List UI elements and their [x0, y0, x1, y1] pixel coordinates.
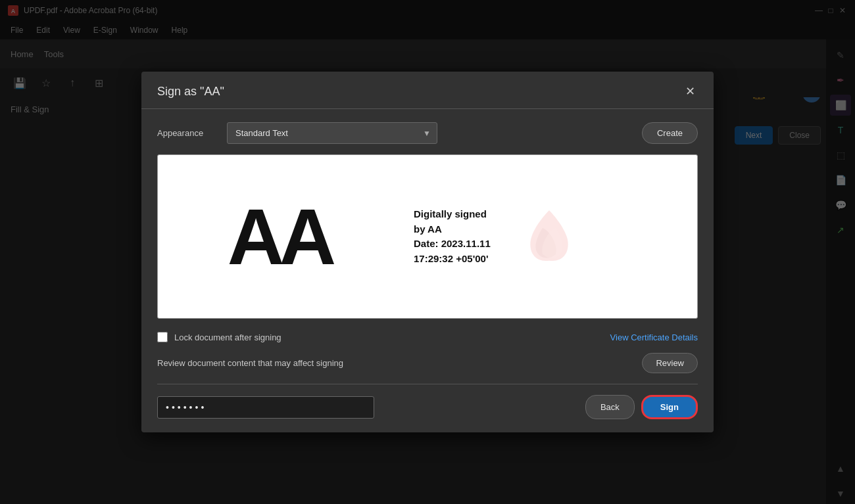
review-button[interactable]: Review [642, 353, 698, 373]
bottom-buttons: Back Sign [585, 395, 698, 419]
modal-divider [157, 384, 698, 384]
appearance-select-wrapper: Standard Text ▼ [227, 122, 437, 144]
sign-button[interactable]: Sign [641, 395, 698, 419]
preview-line4: 17:29:32 +05'00' [414, 253, 488, 264]
preview-line3: Date: 2023.11.11 [414, 238, 491, 249]
modal-overlay: Sign as "AA" ✕ Appearance Standard Text … [0, 0, 855, 504]
signature-preview: AA Digitally signed by AA [157, 154, 698, 319]
modal-body: Appearance Standard Text ▼ Create AA [141, 109, 714, 432]
sign-modal: Sign as "AA" ✕ Appearance Standard Text … [141, 72, 714, 432]
back-button[interactable]: Back [585, 395, 635, 419]
initials-text: AA [228, 191, 331, 282]
password-input[interactable] [157, 396, 374, 419]
review-row: Review document content that may affect … [157, 353, 698, 373]
preview-line1: Digitally signed [414, 208, 487, 219]
view-certificate-link[interactable]: View Certificate Details [610, 332, 698, 342]
lock-label: Lock document after signing [174, 332, 281, 342]
preview-text-area: Digitally signed by AA Date: 2023.11.11 … [401, 155, 697, 318]
lock-checkbox[interactable] [157, 332, 168, 342]
preview-line2: by AA [414, 223, 442, 235]
modal-close-button[interactable]: ✕ [682, 83, 698, 99]
preview-signed-text: Digitally signed by AA Date: 2023.11.11 … [414, 207, 684, 266]
appearance-row: Appearance Standard Text ▼ Create [157, 122, 698, 144]
lock-left: Lock document after signing [157, 332, 281, 342]
lock-row: Lock document after signing View Certifi… [157, 332, 698, 342]
modal-header: Sign as "AA" ✕ [141, 72, 714, 109]
review-text: Review document content that may affect … [157, 358, 343, 368]
bottom-row: Back Sign [157, 395, 698, 419]
preview-initials-area: AA [158, 155, 401, 318]
modal-title: Sign as "AA" [157, 85, 224, 99]
appearance-select[interactable]: Standard Text [227, 122, 437, 144]
create-button[interactable]: Create [642, 122, 698, 144]
appearance-label: Appearance [157, 128, 216, 138]
